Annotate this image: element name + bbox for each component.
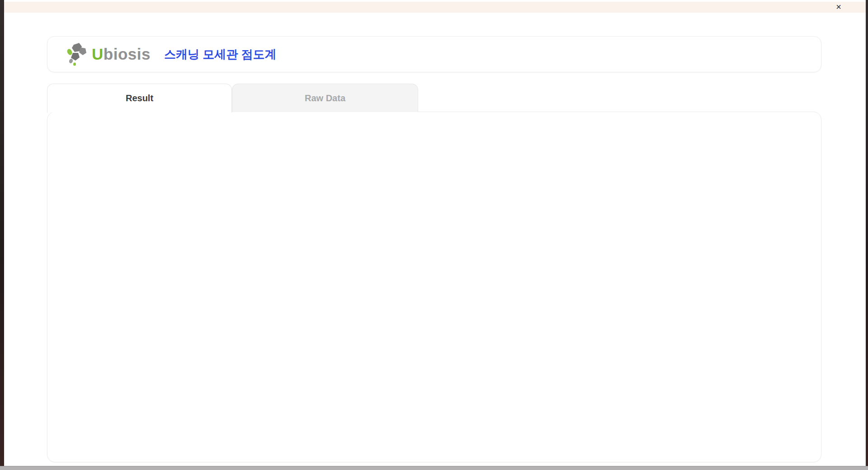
brand-letter-u: U — [92, 45, 104, 63]
close-icon[interactable]: × — [833, 2, 844, 13]
window-titlebar: × — [4, 2, 866, 13]
taskbar-edge — [0, 466, 868, 470]
header-card: Ubiosis 스캐닝 모세관 점도계 — [47, 36, 821, 72]
tab-result[interactable]: Result — [47, 84, 232, 113]
tab-raw-data[interactable]: Raw Data — [232, 84, 418, 112]
brand-logo: Ubiosis — [66, 42, 151, 66]
brand-logo-icon — [66, 42, 88, 66]
main-content-card — [47, 112, 821, 462]
brand-rest: biosis — [104, 45, 151, 63]
app-window: × Ubiosis 스캐닝 모세관 점도계 Result Raw Data — [4, 0, 866, 466]
page-title: 스캐닝 모세관 점도계 — [164, 47, 276, 62]
brand-name: Ubiosis — [92, 45, 151, 63]
